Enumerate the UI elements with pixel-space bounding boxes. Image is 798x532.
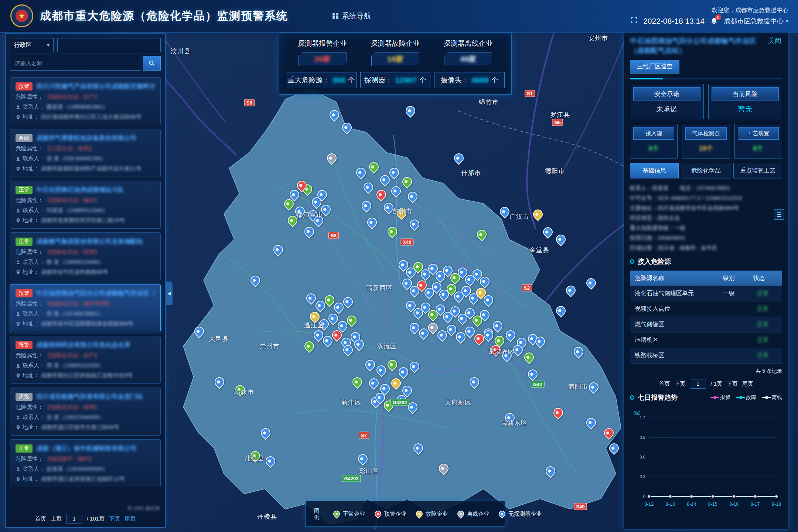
map-marker[interactable] — [386, 358, 399, 372]
map-marker[interactable] — [602, 426, 616, 440]
company-card[interactable]: 正常 成都燃气集团股份有限公司龙泉储配站 危险属性： 【危险化学品 - 经营】 … — [10, 232, 161, 280]
map-marker[interactable] — [437, 462, 451, 475]
hazard-row[interactable]: 压缩机区 正常 — [630, 332, 782, 348]
last-page-link[interactable]: 尾页 — [742, 381, 753, 388]
company-card[interactable]: 离线 四川省安能燃气投资有限公司金堂门站 危险属性： 【危险化学品 - 使用】 … — [10, 388, 161, 436]
map-marker[interactable] — [367, 160, 381, 174]
map-marker[interactable] — [408, 218, 422, 231]
company-name[interactable]: 中石化西南石油局成都储运大队 — [36, 185, 124, 194]
map-marker[interactable] — [303, 340, 316, 353]
company-card[interactable]: 报警 四川川投燃气产品有限公司成都航空燃料分公司 危险属性： 【危险化学品 - … — [10, 77, 161, 125]
map-marker[interactable] — [264, 454, 277, 468]
map-marker[interactable] — [249, 274, 262, 287]
company-card[interactable]: 报警 成都倍特药业有限公司危化品仓库 危险属性： 【危险化学品 - 生产】 联系… — [10, 336, 161, 384]
map-marker[interactable] — [607, 441, 621, 455]
tab-basic-info[interactable]: 基础信息 — [630, 163, 679, 178]
plant-tour-button[interactable]: 三维厂区巡查 — [630, 60, 679, 74]
prev-page-link[interactable]: 上页 — [674, 381, 685, 388]
map-marker[interactable] — [406, 190, 420, 204]
card-title[interactable]: 工艺装置 — [738, 127, 779, 140]
map-marker[interactable] — [544, 464, 557, 478]
map-marker[interactable] — [378, 173, 392, 187]
last-page-link[interactable]: 尾页 — [125, 515, 136, 522]
search-button[interactable] — [143, 56, 161, 71]
map-marker[interactable] — [367, 376, 381, 390]
map-marker[interactable] — [213, 375, 226, 389]
map-marker[interactable] — [584, 276, 598, 290]
map-marker[interactable] — [584, 416, 598, 430]
map-marker[interactable] — [475, 228, 489, 242]
map-marker[interactable] — [491, 319, 505, 333]
map-marker[interactable] — [452, 151, 466, 165]
tab-key-processes[interactable]: 重点监管工艺 — [733, 163, 782, 178]
page-input[interactable] — [66, 514, 82, 524]
page-input[interactable] — [690, 379, 706, 389]
map-marker[interactable] — [468, 375, 481, 389]
company-list[interactable]: 报警 四川川投燃气产品有限公司成都航空燃料分公司 危险属性： 【危险化学品 - … — [6, 74, 165, 503]
map-marker[interactable] — [360, 199, 374, 213]
org-dropdown[interactable]: 成都市应急救援中心 — [724, 17, 788, 25]
first-page-link[interactable]: 首页 — [35, 515, 46, 522]
card-title[interactable]: 当前风险 — [712, 87, 779, 100]
map-marker[interactable] — [325, 151, 339, 165]
company-name[interactable]: 成都华气厚普机电设备股份有限公司 — [36, 134, 137, 142]
map-marker[interactable] — [386, 225, 399, 239]
fullscreen-icon[interactable] — [631, 17, 637, 25]
next-page-link[interactable]: 下页 — [727, 381, 738, 388]
tab-hazardous-chemicals[interactable]: 危险化学品 — [682, 163, 730, 178]
card-title[interactable]: 安全承诺 — [633, 87, 700, 100]
first-page-link[interactable]: 首页 — [659, 381, 670, 388]
company-card[interactable]: 报警 中石油西南油气田分公司成都输气作业区（成都配气总站） 危险属性： 【危险化… — [10, 284, 161, 332]
company-name[interactable]: 成都倍特药业有限公司危化品仓库 — [36, 341, 130, 349]
map-marker[interactable] — [192, 325, 206, 338]
hazard-row[interactable]: 燃气储罐区 正常 — [630, 317, 782, 332]
map-marker[interactable] — [272, 243, 285, 257]
company-card[interactable]: 离线 成都华气厚普机电设备股份有限公司 危险属性： 【工贸企业 - 使用】 联系… — [10, 129, 161, 177]
prev-page-link[interactable]: 上页 — [51, 515, 62, 522]
map-marker[interactable] — [404, 104, 417, 118]
map-marker[interactable] — [354, 166, 368, 180]
map-marker[interactable] — [554, 233, 568, 246]
map-marker[interactable] — [504, 328, 518, 342]
district-dropdown[interactable]: 行政区 — [10, 38, 54, 52]
company-name[interactable]: 四川省安能燃气投资有限公司金堂门站 — [36, 392, 143, 401]
map-marker[interactable] — [340, 121, 354, 134]
hazard-row[interactable]: 铁路栈桥区 正常 — [630, 348, 782, 363]
expand-info-button[interactable] — [774, 209, 784, 220]
map-marker[interactable] — [389, 184, 403, 198]
company-name[interactable]: 四川川投燃气产品有限公司成都航空燃料分公司 — [36, 82, 155, 91]
map-marker[interactable] — [259, 426, 273, 440]
map-marker[interactable] — [554, 304, 568, 318]
map-marker[interactable] — [365, 216, 379, 229]
card-title[interactable]: 接入罐 — [633, 127, 674, 140]
map-marker[interactable] — [531, 208, 545, 221]
company-name[interactable]: 成都（蒲江）铁牛机械制造有限公司 — [36, 444, 137, 453]
map-marker[interactable] — [375, 188, 388, 202]
next-page-link[interactable]: 下页 — [109, 515, 120, 522]
system-nav-button[interactable]: 系统导航 — [332, 11, 371, 21]
map-marker[interactable] — [397, 365, 410, 379]
district-select-input[interactable] — [57, 38, 161, 52]
map-marker[interactable] — [541, 225, 555, 239]
map-marker[interactable] — [526, 368, 540, 381]
map-marker[interactable] — [587, 381, 601, 394]
company-card[interactable]: 正常 中石化西南石油局成都储运大队 危险属性： 【危险化学品 - 储存】 联系人… — [10, 181, 161, 229]
map-marker[interactable] — [522, 351, 536, 364]
close-button[interactable]: 关闭 — [768, 36, 781, 45]
company-name[interactable]: 中石油西南油气田分公司成都输气作业区（成都配气总站） — [36, 289, 155, 297]
map-marker[interactable] — [412, 441, 425, 455]
card-title[interactable]: 气体检测点 — [685, 127, 726, 140]
map-marker[interactable] — [389, 376, 403, 390]
map-marker[interactable] — [362, 181, 375, 194]
map-marker[interactable] — [400, 175, 414, 189]
map-marker[interactable] — [303, 225, 316, 239]
company-name[interactable]: 成都燃气集团股份有限公司龙泉储配站 — [36, 237, 143, 246]
search-input[interactable] — [10, 56, 140, 71]
map-marker[interactable] — [408, 360, 422, 374]
map-marker[interactable] — [388, 166, 401, 180]
map-marker[interactable] — [552, 406, 565, 420]
hazard-row[interactable]: 视频接入点位 正常 — [630, 301, 782, 317]
map-marker[interactable] — [328, 108, 341, 122]
map-marker[interactable] — [364, 358, 377, 372]
map-marker[interactable] — [564, 284, 578, 297]
